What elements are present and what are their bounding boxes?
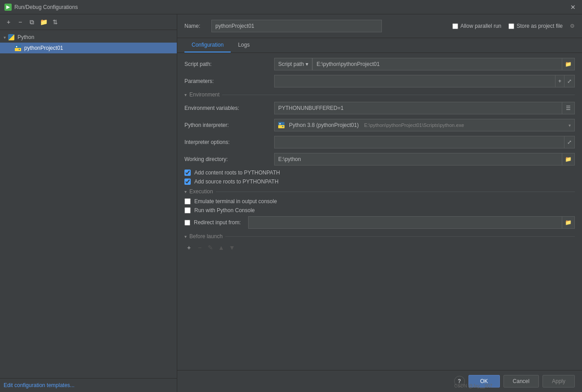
parameters-expand-button[interactable]: + — [556, 75, 564, 87]
environment-expand-icon[interactable]: ▾ — [184, 92, 187, 97]
redirect-input-field[interactable] — [248, 216, 562, 229]
execution-section-label: Execution — [189, 188, 213, 195]
script-path-type-label: Script path — [278, 61, 304, 67]
before-launch-down-button[interactable]: ▼ — [228, 243, 236, 252]
redirect-input-label[interactable]: Redirect input from: — [194, 219, 241, 226]
python-group: ▾ Python — [0, 30, 177, 55]
allow-parallel-checkbox[interactable] — [452, 23, 458, 29]
allow-parallel-label: Allow parallel run — [460, 23, 501, 29]
store-project-checkbox-item[interactable]: Store as project file — [508, 23, 563, 29]
add-content-roots-label[interactable]: Add content roots to PYTHONPATH — [194, 170, 280, 176]
sort-config-button[interactable]: ⇅ — [50, 17, 60, 27]
env-variables-edit-button[interactable]: ☰ — [562, 102, 575, 114]
emulate-terminal-label[interactable]: Emulate terminal in output console — [194, 198, 277, 205]
svg-point-2 — [16, 46, 18, 48]
svg-point-7 — [282, 126, 284, 127]
remove-config-button[interactable]: − — [15, 17, 25, 27]
interpreter-options-input-group: ⤢ — [274, 136, 575, 148]
dialog-title: Run/Debug Configurations — [14, 4, 78, 10]
script-path-type-dropdown[interactable]: Script path ▾ — [274, 58, 312, 70]
before-launch-section: ▾ Before launch + − ✎ ▲ ▼ — [184, 233, 575, 252]
before-launch-remove-button[interactable]: − — [195, 243, 204, 252]
environment-divider — [222, 95, 575, 95]
store-project-checkbox[interactable] — [508, 23, 514, 29]
dropdown-arrow-icon: ▾ — [306, 61, 308, 67]
cancel-button[interactable]: Cancel — [503, 375, 539, 388]
run-debug-dialog: ▶ Run/Debug Configurations ✕ + − ⧉ 📁 ⇅ ▾ — [0, 0, 582, 392]
dialog-footer: ? OK Cancel Apply — [177, 370, 582, 392]
copy-config-button[interactable]: ⧉ — [27, 17, 37, 27]
svg-rect-0 — [15, 45, 21, 48]
python-interpreter-dropdown[interactable]: Python 3.8 (pythonProject01) E:\python\p… — [274, 119, 575, 131]
python-group-header[interactable]: ▾ Python — [0, 32, 177, 43]
interpreter-options-input[interactable] — [274, 136, 564, 148]
redirect-input-row: Redirect input from: 📁 — [184, 216, 575, 229]
expand-arrow: ▾ — [4, 35, 6, 40]
env-variables-label: Environment variables: — [184, 105, 274, 111]
redirect-browse-button[interactable]: 📁 — [562, 216, 575, 229]
parameters-row: Parameters: + ⤢ — [184, 74, 575, 88]
working-directory-input-group: 📁 — [274, 153, 575, 166]
name-input[interactable] — [211, 20, 382, 32]
working-directory-row: Working directory: 📁 — [184, 152, 575, 166]
tab-configuration[interactable]: Configuration — [184, 38, 231, 52]
add-config-button[interactable]: + — [4, 17, 13, 27]
main-panel: Name: Allow parallel run Store as projec… — [177, 14, 582, 392]
add-content-roots-row: Add content roots to PYTHONPATH — [184, 170, 575, 176]
before-launch-up-button[interactable]: ▲ — [217, 243, 226, 252]
before-launch-expand-icon[interactable]: ▾ — [184, 234, 187, 239]
interpreter-name: Python 3.8 (pythonProject01) — [289, 122, 359, 128]
before-launch-add-button[interactable]: + — [184, 243, 193, 252]
redirect-input-group: 📁 — [248, 216, 575, 229]
interpreter-options-label: Interpreter options: — [184, 139, 274, 145]
run-python-console-label[interactable]: Run with Python Console — [194, 207, 255, 213]
python-project-item[interactable]: pythonProject01 — [0, 43, 177, 53]
add-content-roots-checkbox[interactable] — [184, 170, 191, 176]
edit-templates-link[interactable]: Edit configuration templates... — [4, 382, 74, 388]
execution-divider — [216, 192, 575, 192]
close-button[interactable]: ✕ — [569, 4, 578, 11]
env-variables-input-group: ☰ — [274, 102, 575, 114]
apply-button[interactable]: Apply — [543, 375, 575, 388]
add-source-roots-label[interactable]: Add source roots to PYTHONPATH — [194, 179, 279, 185]
tab-logs[interactable]: Logs — [231, 38, 257, 52]
svg-point-3 — [19, 49, 20, 50]
python-project-label: pythonProject01 — [24, 45, 63, 51]
interpreter-options-row: Interpreter options: ⤢ — [184, 135, 575, 149]
emulate-terminal-row: Emulate terminal in output console — [184, 198, 575, 205]
working-directory-input[interactable] — [274, 153, 562, 166]
python-group-icon — [8, 34, 15, 41]
script-path-input[interactable] — [312, 58, 562, 70]
allow-parallel-checkbox-item[interactable]: Allow parallel run — [452, 23, 501, 29]
environment-section-label: Environment — [189, 91, 219, 98]
python-interpreter-label: Python interpreter: — [184, 122, 274, 128]
svg-rect-4 — [278, 122, 284, 125]
working-directory-browse-button[interactable]: 📁 — [562, 153, 575, 166]
move-config-button[interactable]: 📁 — [39, 17, 48, 27]
env-variables-input[interactable] — [274, 102, 562, 114]
settings-gear-icon[interactable]: ⚙ — [570, 23, 575, 29]
execution-expand-icon[interactable]: ▾ — [184, 189, 187, 194]
svg-rect-1 — [15, 48, 21, 51]
parameters-input[interactable] — [274, 75, 556, 87]
redirect-input-checkbox[interactable] — [184, 220, 190, 226]
emulate-terminal-checkbox[interactable] — [184, 198, 191, 205]
name-label: Name: — [184, 23, 207, 29]
script-path-browse-button[interactable]: 📁 — [562, 58, 575, 70]
config-panel: Script path: Script path ▾ 📁 P — [177, 53, 582, 370]
interpreter-options-expand-button[interactable]: ⤢ — [564, 136, 575, 148]
interpreter-inner: Python 3.8 (pythonProject01) E:\python\p… — [278, 122, 569, 129]
python-file-icon — [14, 44, 22, 52]
parameters-label: Parameters: — [184, 78, 274, 84]
main-content: + − ⧉ 📁 ⇅ ▾ Python — [0, 14, 582, 392]
env-variables-row: Environment variables: ☰ — [184, 101, 575, 115]
before-launch-header: ▾ Before launch — [184, 233, 575, 240]
add-source-roots-checkbox[interactable] — [184, 179, 191, 185]
svg-point-6 — [280, 123, 281, 125]
script-path-row: Script path: Script path ▾ 📁 — [184, 57, 575, 71]
run-python-console-checkbox[interactable] — [184, 207, 191, 213]
execution-section-header: ▾ Execution — [184, 188, 575, 195]
parameters-expand2-button[interactable]: ⤢ — [564, 75, 575, 87]
before-launch-edit-button[interactable]: ✎ — [206, 243, 215, 252]
python-group-label: Python — [18, 34, 34, 40]
